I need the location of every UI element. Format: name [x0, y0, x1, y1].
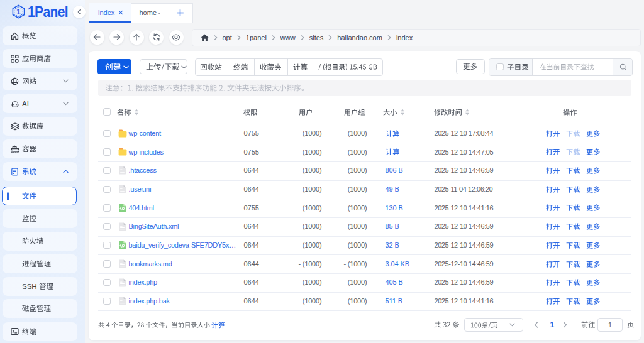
svg-text:1: 1: [16, 8, 21, 16]
